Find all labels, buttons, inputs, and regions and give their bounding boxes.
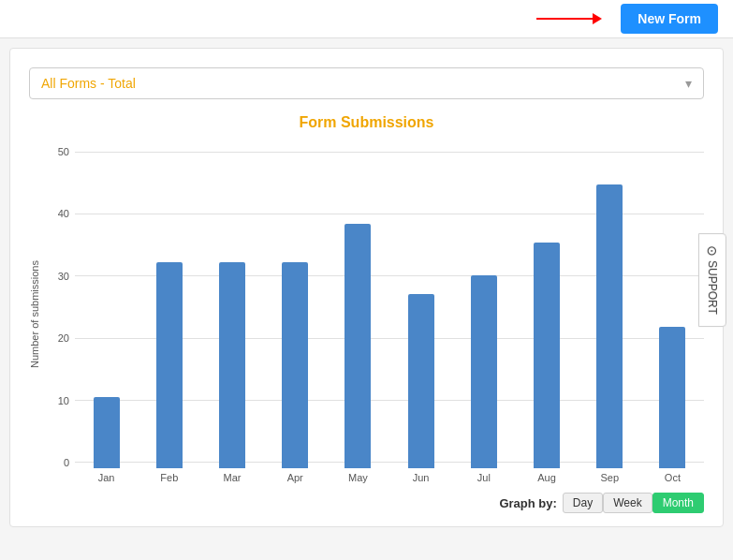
bars-area xyxy=(75,146,704,468)
grid-label: 20 xyxy=(46,332,69,344)
x-axis-label: Jul xyxy=(452,468,515,483)
bar xyxy=(596,184,623,468)
chart-wrapper: Number of submissions 50 40 30 20 10 0 J… xyxy=(29,146,704,483)
x-axis-label: May xyxy=(327,468,389,483)
bar xyxy=(94,397,120,468)
graph-by-buttons: DayWeekMonth xyxy=(563,493,704,513)
chart-title: Form Submissions xyxy=(29,114,704,131)
bar-group xyxy=(138,146,200,468)
bar xyxy=(659,327,685,468)
bar xyxy=(471,275,497,468)
main-content: All Forms - Total ▾ Form Submissions Num… xyxy=(9,48,724,527)
header: New Form xyxy=(0,0,733,38)
x-axis-label: Apr xyxy=(264,468,327,483)
bar-group xyxy=(641,146,704,468)
bar xyxy=(219,262,245,468)
dropdown-label: All Forms - Total xyxy=(41,76,136,91)
x-axis-label: Jun xyxy=(389,468,452,483)
bar-group xyxy=(264,146,327,468)
x-axis-label: Mar xyxy=(200,468,263,483)
x-labels: JanFebMarAprMayJunJulAugSepOct xyxy=(75,468,704,483)
bar xyxy=(345,224,371,468)
support-icon: ⊙ xyxy=(705,245,720,257)
grid-label: 40 xyxy=(46,208,69,219)
graph-by-label: Graph by: xyxy=(499,496,556,510)
chart-area: 50 40 30 20 10 0 JanFebMarAprMayJunJulAu… xyxy=(46,146,704,483)
support-label: SUPPORT xyxy=(706,260,719,315)
x-axis-label: Aug xyxy=(515,468,578,483)
grid-label: 50 xyxy=(46,146,69,157)
bar xyxy=(534,243,560,468)
grid-label: 10 xyxy=(46,395,69,406)
chevron-down-icon: ▾ xyxy=(685,76,692,91)
support-tab[interactable]: ⊙ SUPPORT xyxy=(698,233,726,327)
x-axis-label: Oct xyxy=(641,468,704,483)
graph-by-button-month[interactable]: Month xyxy=(652,493,704,513)
bar-group xyxy=(579,146,641,468)
arrow-line xyxy=(536,18,593,20)
grid-label: 30 xyxy=(46,271,69,282)
bar xyxy=(408,294,434,468)
bar xyxy=(156,262,183,468)
x-axis-label: Jan xyxy=(75,468,138,483)
graph-by-row: Graph by: DayWeekMonth xyxy=(29,483,704,517)
graph-by-button-day[interactable]: Day xyxy=(563,493,603,513)
y-axis-label: Number of submissions xyxy=(29,146,40,483)
chart-grid: 50 40 30 20 10 0 xyxy=(46,146,704,468)
arrow-indicator xyxy=(536,13,602,24)
bar xyxy=(282,262,308,468)
bar-group xyxy=(75,146,138,468)
bar-group xyxy=(327,146,389,468)
bar-group xyxy=(452,146,515,468)
bar-group xyxy=(200,146,263,468)
bar-group xyxy=(515,146,578,468)
new-form-button[interactable]: New Form xyxy=(621,4,718,34)
x-axis-label: Feb xyxy=(138,468,200,483)
arrow-head xyxy=(593,13,602,24)
grid-label: 0 xyxy=(46,457,69,468)
x-axis-label: Sep xyxy=(579,468,641,483)
bar-group xyxy=(389,146,452,468)
graph-by-button-week[interactable]: Week xyxy=(603,493,652,513)
forms-dropdown[interactable]: All Forms - Total ▾ xyxy=(29,67,704,99)
